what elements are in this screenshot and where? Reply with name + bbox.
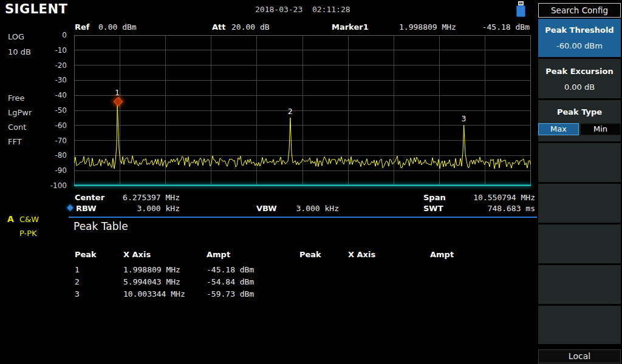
peak-table-cell: -45.18 dBm [207, 265, 254, 274]
span-value: 10.550794 MHz [450, 193, 535, 202]
usb-body [516, 5, 525, 17]
spectrum-plot: 123 [74, 35, 531, 186]
swt-label: SWT [423, 204, 443, 213]
rbw-label: RBW [76, 204, 97, 213]
y-axis-tick-label: -50 [36, 106, 67, 115]
y-axis-tick-label: 0 [36, 31, 67, 39]
peak-table-cell: 5.994043 MHz [123, 277, 180, 286]
usb-connector [518, 1, 524, 5]
peak-table-row: 11.998809 MHz-45.18 dBm [0, 265, 537, 277]
left-panel-item: 10 dB [8, 47, 31, 56]
peak-table-header: PeakX AxisAmptPeakX AxisAmpt [0, 250, 537, 260]
peak-type-button: Peak Type MaxMin [538, 100, 621, 141]
left-panel-item: LOG [8, 32, 24, 41]
peak-number-label: 1 [115, 89, 120, 97]
peak-table-header-cell: Ampt [207, 250, 230, 259]
usb-icon [516, 1, 526, 17]
empty-soft-button [538, 306, 621, 344]
peak-table-row: 310.003344 MHz-59.73 dBm [0, 289, 537, 302]
peak-type-toggle: MaxMin [538, 123, 621, 135]
left-panel-item: FFT [8, 137, 22, 146]
peak-table-header-cell: X Axis [123, 250, 151, 259]
peak-table-cell: 1 [75, 265, 80, 274]
peak-type-label: Peak Type [538, 107, 621, 116]
datetime: 2018-03-23 02:11:28 [255, 5, 350, 14]
peak-table-rows: 11.998809 MHz-45.18 dBm25.994043 MHz-54.… [0, 265, 537, 302]
peak-number-label: 3 [462, 115, 466, 123]
peak-threshold-value: -60.00 dBm [538, 41, 621, 50]
marker-amplitude: -45.18 dBm [457, 22, 530, 32]
trace-detector-label: P-PK [19, 229, 37, 238]
peak-table-cell: 2 [75, 277, 80, 286]
peak-table-separator [69, 217, 537, 218]
plot-overlay: 123 [74, 35, 531, 186]
left-panel-item: Free [8, 93, 25, 103]
att-label: Att [212, 22, 226, 32]
peak-threshold-label: Peak Threshold [538, 25, 621, 35]
peak-table-header-cell: Peak [299, 250, 321, 259]
y-axis-tick-label: -80 [36, 151, 67, 160]
display-line [74, 184, 531, 186]
peak-table-header-cell: Ampt [430, 250, 454, 259]
soft-menu-sidebar: Search Config Peak Threshold -60.00 dBm … [537, 0, 622, 364]
empty-soft-button [538, 224, 621, 263]
spectrum-analyzer-screen: SIGLENT 2018-03-23 02:11:28 LOG10 dBFree… [0, 0, 622, 364]
peak-table-cell: 10.003344 MHz [123, 289, 185, 298]
y-axis-tick-label: -60 [36, 121, 67, 130]
peak-excursion-label: Peak Excursion [538, 67, 621, 76]
y-axis-tick-label: -40 [36, 91, 67, 99]
y-axis-tick-label: -70 [36, 136, 67, 145]
span-label: Span [423, 193, 446, 202]
y-axis-tick-label: -30 [36, 76, 67, 84]
att-value: 20.00 dB [231, 22, 270, 32]
peak-excursion-value: 0.00 dB [538, 83, 621, 92]
peak-type-option-min[interactable]: Min [580, 123, 621, 135]
peak-type-option-max[interactable]: Max [538, 123, 579, 135]
peak-table-row: 25.994043 MHz-54.84 dBm [0, 277, 537, 289]
peak-table-header-cell: Peak [75, 250, 97, 259]
ref-label: Ref [75, 22, 89, 32]
peak-threshold-button[interactable]: Peak Threshold -60.00 dBm [538, 19, 621, 57]
peak-excursion-button[interactable]: Peak Excursion 0.00 dB [538, 59, 621, 98]
rbw-value: 3.000 kHz [97, 204, 180, 213]
peak-table-cell: -59.73 dBm [207, 289, 254, 298]
center-value: 6.275397 MHz [97, 193, 180, 202]
y-axis-tick-label: -100 [36, 181, 67, 190]
local-button[interactable]: Local [538, 349, 621, 363]
peak-table-cell: 1.998809 MHz [123, 265, 180, 274]
vbw-value: 3.000 kHz [258, 204, 339, 213]
left-panel-item: LgPwr [8, 108, 32, 117]
peak-table-cell: -54.84 dBm [207, 277, 254, 286]
left-panel-item: Cont [8, 123, 26, 132]
trace-mode-label: C&W [19, 215, 39, 224]
peak-number-label: 2 [288, 107, 293, 116]
y-axis-tick-label: -10 [36, 46, 67, 55]
y-axis-tick-label: -20 [36, 61, 67, 70]
peak-table-cell: 3 [75, 289, 80, 298]
trace-letter: A [7, 214, 14, 224]
y-axis-labels: 0-10-20-30-40-50-60-70-80-90-100 [36, 35, 70, 186]
y-axis-tick-label: -90 [36, 166, 67, 175]
peak-table-title: Peak Table [73, 220, 128, 232]
diamond-icon [67, 205, 73, 211]
marker1-diamond [113, 96, 123, 106]
swt-value: 748.683 ms [450, 204, 535, 213]
empty-soft-button [538, 184, 621, 223]
ref-value: 0.00 dBm [98, 22, 137, 32]
marker-label: Marker1 [332, 22, 369, 32]
empty-soft-button [538, 265, 621, 304]
menu-title: Search Config [538, 3, 621, 18]
peak-table-header-cell: X Axis [348, 250, 375, 259]
marker-frequency: 1.998809 MHz [399, 22, 456, 32]
empty-soft-button [538, 143, 621, 182]
